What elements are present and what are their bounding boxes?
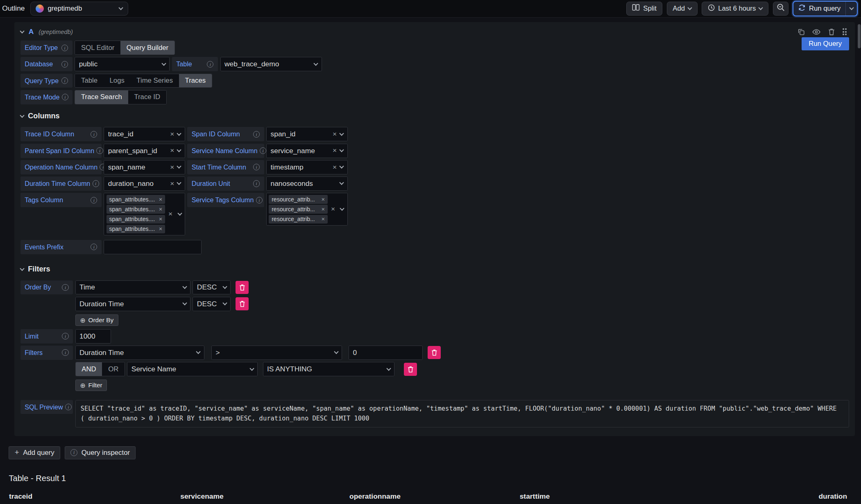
tag-chip[interactable]: span_attributes....× bbox=[106, 195, 165, 203]
columns-section-toggle[interactable]: Columns bbox=[20, 112, 849, 120]
sql-preview-text: SELECT "trace_id" as traceID, "service_n… bbox=[75, 400, 849, 427]
col-header-traceid[interactable]: traceid bbox=[9, 490, 180, 504]
results-title: Table - Result 1 bbox=[9, 474, 855, 483]
filter-operator-select[interactable]: > bbox=[211, 346, 342, 360]
trace-id-column-select[interactable]: trace_id× bbox=[104, 127, 185, 141]
duration-time-column-select[interactable]: duration_nano× bbox=[104, 176, 185, 191]
sql-preview-label: SQL Previewi bbox=[20, 400, 73, 414]
run-query-dropdown[interactable] bbox=[845, 2, 857, 16]
chevron-down-icon bbox=[249, 366, 254, 371]
service-tags-column-multiselect[interactable]: resource_attrib...× resource_attrib...× … bbox=[266, 193, 347, 226]
service-tag-chip[interactable]: resource_attrib...× bbox=[269, 215, 327, 224]
clear-icon[interactable]: × bbox=[333, 164, 337, 171]
col-header-servicename[interactable]: servicename bbox=[180, 490, 349, 504]
trace-mode-trace-search[interactable]: Trace Search bbox=[75, 90, 128, 104]
col-header-starttime[interactable]: starttime bbox=[520, 490, 687, 504]
col-header-duration[interactable]: duration bbox=[687, 490, 855, 504]
remove-chip-icon[interactable]: × bbox=[159, 206, 163, 212]
span-id-column-label: Span ID Columni bbox=[187, 127, 264, 141]
query-type-traces[interactable]: Traces bbox=[179, 74, 212, 88]
clear-icon[interactable]: × bbox=[170, 180, 174, 187]
remove-filter-button[interactable] bbox=[428, 346, 441, 359]
query-type-logs[interactable]: Logs bbox=[104, 74, 131, 88]
filter-field-select[interactable]: Duration Time bbox=[75, 346, 204, 360]
limit-input[interactable] bbox=[75, 329, 111, 344]
operation-name-column-select[interactable]: span_name× bbox=[104, 160, 185, 174]
parent-span-id-column-label: Parent Span ID Columni bbox=[20, 144, 102, 158]
tags-column-multiselect[interactable]: span_attributes....× span_attributes....… bbox=[104, 193, 185, 235]
chevron-down-icon bbox=[339, 164, 344, 169]
panel-run-query-button[interactable]: Run Query bbox=[802, 37, 849, 50]
clear-all-icon[interactable]: × bbox=[168, 210, 172, 217]
remove-filter-button[interactable] bbox=[404, 363, 417, 376]
filters-section-toggle[interactable]: Filters bbox=[20, 265, 849, 273]
info-icon: i bbox=[62, 94, 68, 100]
split-button[interactable]: Split bbox=[626, 2, 662, 16]
query-ref-id[interactable]: A bbox=[29, 27, 34, 36]
remove-query-trash-icon[interactable] bbox=[828, 28, 835, 35]
col-header-operationname[interactable]: operationname bbox=[349, 490, 520, 504]
remove-chip-icon[interactable]: × bbox=[322, 216, 325, 222]
logic-and-option[interactable]: AND bbox=[76, 362, 102, 376]
datasource-picker[interactable]: greptimedb bbox=[30, 2, 128, 16]
editor-type-label: Editor Typei bbox=[20, 41, 73, 55]
duplicate-query-icon[interactable] bbox=[798, 28, 804, 35]
remove-chip-icon[interactable]: × bbox=[159, 216, 163, 222]
collapse-chevron-icon[interactable] bbox=[20, 29, 24, 33]
order-by-field-select[interactable]: Time bbox=[75, 280, 191, 295]
run-query-button[interactable]: Run query bbox=[793, 1, 858, 16]
logic-or-option[interactable]: OR bbox=[102, 362, 125, 376]
service-tag-chip[interactable]: resource_attrib...× bbox=[269, 195, 327, 203]
start-time-column-select[interactable]: timestamp× bbox=[266, 160, 347, 174]
clock-icon bbox=[708, 4, 715, 13]
editor-type-query-builder[interactable]: Query Builder bbox=[120, 41, 174, 54]
remove-order-by-button[interactable] bbox=[236, 297, 249, 310]
order-by-direction-select[interactable]: DESC bbox=[193, 297, 231, 311]
remove-chip-icon[interactable]: × bbox=[322, 206, 325, 212]
clear-icon[interactable]: × bbox=[170, 147, 174, 154]
query-type-time-series[interactable]: Time Series bbox=[131, 74, 179, 88]
time-range-picker[interactable]: Last 6 hours bbox=[702, 2, 768, 16]
add-filter-button[interactable]: ⊕Filter bbox=[75, 380, 107, 391]
filter-field-select[interactable]: Service Name bbox=[127, 362, 258, 376]
clear-icon[interactable]: × bbox=[170, 164, 174, 171]
chevron-down-icon bbox=[182, 301, 187, 305]
trace-mode-trace-id[interactable]: Trace ID bbox=[128, 90, 166, 104]
add-button[interactable]: Add bbox=[667, 2, 698, 16]
clear-icon[interactable]: × bbox=[333, 131, 337, 138]
filter-value-input[interactable] bbox=[349, 346, 423, 360]
zoom-out-button[interactable] bbox=[773, 2, 788, 16]
span-id-column-select[interactable]: span_id× bbox=[266, 127, 347, 141]
parent-span-id-column-select[interactable]: parent_span_id× bbox=[104, 144, 185, 158]
order-by-field-select[interactable]: Duration Time bbox=[75, 297, 191, 311]
service-tag-chip[interactable]: resource_attrib...× bbox=[269, 205, 327, 213]
query-type-table[interactable]: Table bbox=[75, 74, 104, 88]
table-label: Tablei bbox=[172, 57, 218, 71]
clear-icon[interactable]: × bbox=[333, 147, 337, 154]
outline-toggle[interactable]: Outline bbox=[2, 4, 25, 13]
order-by-direction-select[interactable]: DESC bbox=[193, 280, 231, 295]
add-query-button[interactable]: +Add query bbox=[9, 446, 60, 459]
duration-unit-select[interactable]: nanoseconds bbox=[266, 176, 347, 191]
add-order-by-button[interactable]: ⊕Order By bbox=[75, 314, 118, 326]
tag-chip[interactable]: span_attributes....× bbox=[106, 205, 165, 213]
remove-chip-icon[interactable]: × bbox=[159, 196, 163, 203]
remove-chip-icon[interactable]: × bbox=[159, 226, 163, 232]
clear-all-icon[interactable]: × bbox=[331, 206, 335, 212]
chevron-down-icon bbox=[182, 284, 187, 289]
remove-order-by-button[interactable] bbox=[236, 281, 249, 294]
tag-chip[interactable]: span_attributes....× bbox=[106, 215, 165, 224]
clear-icon[interactable]: × bbox=[170, 131, 174, 138]
events-prefix-input[interactable] bbox=[104, 240, 202, 254]
filter-operator-select[interactable]: IS ANYTHING bbox=[263, 362, 395, 376]
remove-chip-icon[interactable]: × bbox=[322, 196, 325, 203]
table-select[interactable]: web_trace_demo bbox=[220, 57, 322, 71]
scrollbar[interactable] bbox=[858, 24, 861, 48]
database-select[interactable]: public bbox=[75, 57, 170, 71]
hide-response-eye-icon[interactable] bbox=[812, 29, 820, 35]
editor-type-sql-editor[interactable]: SQL Editor bbox=[75, 41, 120, 54]
drag-handle-icon[interactable] bbox=[843, 28, 847, 35]
service-name-column-select[interactable]: service_name× bbox=[266, 144, 347, 158]
tag-chip[interactable]: span_attributes....× bbox=[106, 225, 165, 233]
query-inspector-button[interactable]: iQuery inspector bbox=[65, 446, 136, 459]
